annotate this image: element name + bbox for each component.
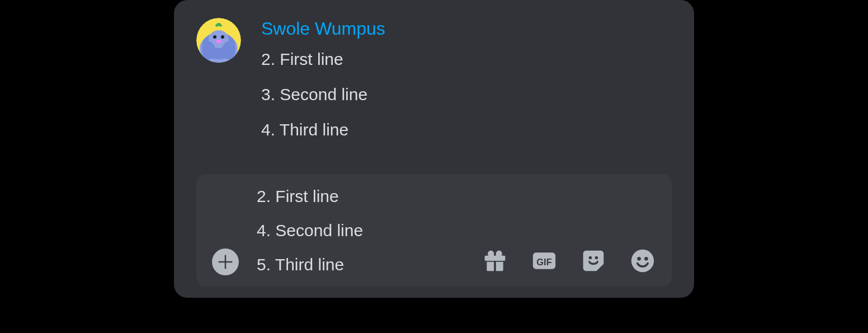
gif-icon: GIF [532, 248, 556, 273]
svg-point-14 [631, 250, 654, 272]
message-line: 4. Third line [261, 119, 672, 140]
gift-button[interactable] [482, 247, 508, 274]
svg-point-8 [202, 41, 215, 59]
svg-point-12 [589, 256, 592, 260]
message-line: 3. Second line [261, 83, 672, 105]
plus-icon [217, 254, 234, 270]
svg-text:GIF: GIF [536, 257, 552, 268]
svg-point-13 [595, 256, 598, 260]
svg-point-5 [221, 35, 224, 39]
emoji-button[interactable] [629, 247, 656, 274]
username[interactable]: Swole Wumpus [261, 18, 672, 39]
svg-point-16 [644, 257, 648, 261]
svg-point-4 [213, 35, 216, 39]
attach-button[interactable] [212, 248, 239, 275]
message-input-text[interactable]: 2. First line 4. Second line 5. Third li… [257, 185, 482, 275]
message-line: 2. First line [261, 48, 672, 70]
message-input-area[interactable]: 2. First line 4. Second line 5. Third li… [196, 174, 672, 287]
emoji-icon [630, 248, 655, 273]
gift-icon [483, 248, 507, 273]
message: Swole Wumpus 2. First line 3. Second lin… [174, 18, 694, 140]
chat-panel: Swole Wumpus 2. First line 3. Second lin… [174, 0, 694, 298]
input-line: 5. Third line [257, 254, 482, 275]
input-line: 2. First line [257, 185, 482, 207]
svg-point-9 [222, 41, 235, 59]
gif-button[interactable]: GIF [531, 247, 558, 274]
input-action-icons: GIF [482, 247, 656, 274]
sticker-icon [581, 248, 606, 273]
svg-point-15 [637, 257, 641, 261]
svg-point-6 [216, 40, 221, 43]
sticker-button[interactable] [580, 247, 607, 274]
message-content: Swole Wumpus 2. First line 3. Second lin… [261, 18, 672, 140]
avatar[interactable] [196, 18, 241, 63]
input-line: 4. Second line [257, 219, 482, 241]
svg-point-7 [216, 23, 221, 26]
